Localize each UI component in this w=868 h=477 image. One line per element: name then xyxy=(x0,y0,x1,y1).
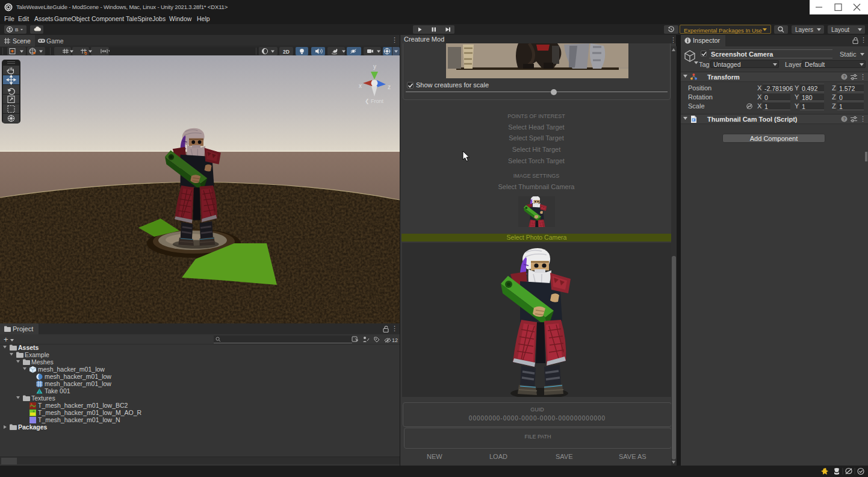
svg-text:x: x xyxy=(359,83,362,89)
svg-text:z: z xyxy=(388,84,391,90)
svg-text:5: 5 xyxy=(84,51,87,56)
svg-text:12: 12 xyxy=(392,337,398,343)
svg-text:y: y xyxy=(373,63,376,70)
svg-text:2D: 2D xyxy=(283,49,290,55)
svg-text:?: ? xyxy=(843,116,846,122)
svg-text:❮ Front: ❮ Front xyxy=(365,98,384,105)
svg-text:B: B xyxy=(15,27,18,33)
svg-text:?: ? xyxy=(843,74,846,80)
